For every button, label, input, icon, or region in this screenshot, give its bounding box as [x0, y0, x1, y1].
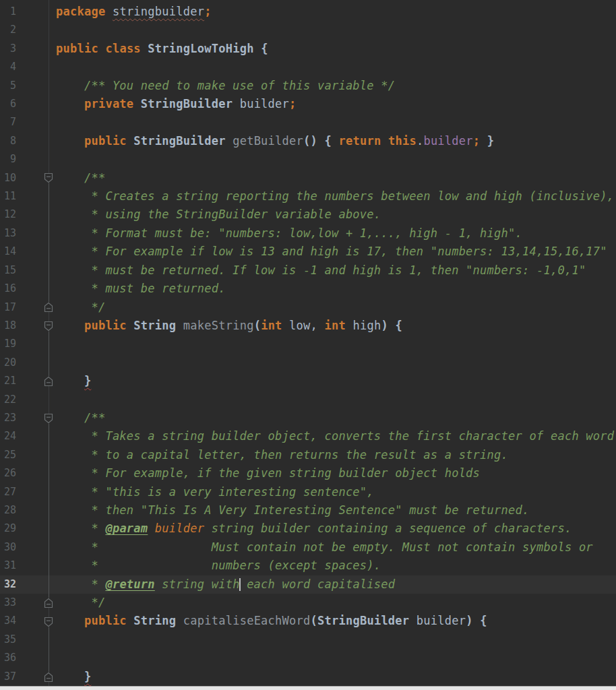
line-number[interactable]: 36 — [0, 649, 16, 667]
line-number[interactable]: 6 — [0, 95, 16, 113]
code-line[interactable]: 37 } — [0, 668, 616, 686]
code-token: each word capitalised — [240, 577, 396, 591]
code-token — [56, 670, 84, 683]
code-line[interactable]: 18 public String makeString(int low, int… — [0, 317, 616, 335]
code-token: * numbers (except spaces). — [56, 559, 381, 572]
code-line[interactable]: 26 * For example, if the given string bu… — [0, 464, 616, 482]
code-line[interactable]: 36 — [0, 649, 616, 667]
code-token: int — [325, 319, 346, 332]
code-line[interactable]: 25 * to a capital letter, then returns t… — [0, 446, 616, 464]
code-line[interactable]: 21 } — [0, 372, 616, 390]
code-text: */ — [0, 299, 616, 317]
code-token: StringBuilder — [317, 614, 409, 627]
line-number[interactable]: 37 — [0, 668, 16, 686]
code-token: * For example, if the given string build… — [56, 466, 480, 480]
code-token — [480, 134, 487, 148]
code-line[interactable]: 34 public String capitaliseEachWord(Stri… — [0, 612, 616, 630]
line-number[interactable]: 17 — [0, 299, 16, 317]
code-token: * "this is a very interesting sentence", — [56, 485, 374, 499]
code-line[interactable]: 24 * Takes a string builder object, conv… — [0, 427, 616, 445]
line-number[interactable]: 22 — [0, 391, 16, 409]
code-line[interactable]: 23 /** — [0, 409, 616, 427]
code-line[interactable]: 28 * then "This Is A Very Interesting Se… — [0, 501, 616, 520]
line-number[interactable]: 21 — [0, 372, 16, 390]
line-number[interactable]: 1 — [0, 3, 16, 21]
code-token — [388, 319, 396, 332]
code-token — [133, 97, 141, 111]
line-number[interactable]: 19 — [0, 335, 16, 353]
line-number[interactable]: 28 — [0, 501, 16, 520]
line-number[interactable]: 14 — [0, 243, 16, 261]
code-token — [148, 522, 155, 535]
code-line[interactable]: 15 * must be returned. If low is -1 and … — [0, 261, 616, 280]
code-line[interactable]: 1package stringbuilder; — [0, 3, 616, 21]
line-number[interactable]: 32 — [0, 575, 16, 594]
code-line[interactable]: 9 — [0, 150, 616, 168]
code-token — [127, 319, 134, 332]
code-token: public — [56, 319, 127, 332]
line-number[interactable]: 26 — [0, 464, 16, 482]
code-line[interactable]: 19 — [0, 335, 616, 353]
code-token: builder — [423, 134, 472, 148]
code-line[interactable]: 16 * must be returned. — [0, 280, 616, 298]
line-number[interactable]: 18 — [0, 317, 16, 335]
line-number[interactable]: 31 — [0, 557, 16, 575]
line-number[interactable]: 12 — [0, 206, 16, 224]
line-number[interactable]: 34 — [0, 612, 16, 630]
code-line[interactable]: 32 * @return string with each word capit… — [0, 575, 616, 594]
line-number[interactable]: 3 — [0, 40, 16, 58]
line-number[interactable]: 7 — [0, 113, 16, 131]
code-text: * using the StringBuilder variable above… — [0, 206, 616, 224]
code-line[interactable]: 5 /** You need to make use of this varia… — [0, 77, 616, 95]
code-line[interactable]: 17 */ — [0, 299, 616, 317]
line-number[interactable]: 15 — [0, 261, 16, 280]
line-number[interactable]: 13 — [0, 224, 16, 243]
code-line[interactable]: 35 — [0, 631, 616, 649]
code-token: ( — [311, 614, 318, 627]
line-number[interactable]: 5 — [0, 77, 16, 95]
line-number[interactable]: 29 — [0, 520, 16, 538]
line-number[interactable]: 10 — [0, 169, 16, 187]
line-number[interactable]: 30 — [0, 538, 16, 557]
line-number[interactable]: 4 — [0, 58, 16, 76]
line-number[interactable]: 35 — [0, 631, 16, 649]
line-number[interactable]: 9 — [0, 150, 16, 168]
code-line[interactable]: 10 /** — [0, 169, 616, 187]
line-number[interactable]: 11 — [0, 187, 16, 206]
code-line[interactable]: 3public class StringLowToHigh { — [0, 40, 616, 58]
code-line[interactable]: 8 public StringBuilder getBuilder() { re… — [0, 132, 616, 150]
code-token: makeString — [183, 319, 254, 332]
code-token: * For example if low is 13 and high is 1… — [56, 245, 607, 258]
code-token: class — [105, 42, 140, 55]
code-token: return — [339, 134, 381, 148]
code-line[interactable]: 4 — [0, 58, 616, 76]
code-line[interactable]: 7 — [0, 113, 616, 131]
code-line[interactable]: 2 — [0, 21, 616, 39]
line-number[interactable]: 16 — [0, 280, 16, 298]
code-line[interactable]: 12 * using the StringBuilder variable ab… — [0, 206, 616, 224]
line-number[interactable]: 2 — [0, 21, 16, 39]
code-line[interactable]: 30 * Must contain not be empty. Must not… — [0, 538, 616, 557]
code-line[interactable]: 29 * @param builder string builder conta… — [0, 520, 616, 538]
line-number[interactable]: 24 — [0, 427, 16, 445]
code-text: * @param builder string builder containi… — [0, 520, 616, 538]
code-token: @return — [105, 577, 154, 591]
code-line[interactable]: 13 * Format must be: "numbers: low,low +… — [0, 224, 616, 243]
code-line[interactable]: 27 * "this is a very interesting sentenc… — [0, 483, 616, 501]
code-line[interactable]: 31 * numbers (except spaces). — [0, 557, 616, 575]
code-line[interactable]: 11 * Creates a string reporting the numb… — [0, 187, 616, 206]
line-number[interactable]: 8 — [0, 132, 16, 150]
line-number[interactable]: 27 — [0, 483, 16, 501]
line-number[interactable]: 25 — [0, 446, 16, 464]
line-number[interactable]: 33 — [0, 594, 16, 612]
code-line[interactable]: 33 */ — [0, 594, 616, 612]
code-text: * numbers (except spaces). — [0, 557, 616, 575]
code-line[interactable]: 20 — [0, 354, 616, 372]
code-token: * Takes a string builder object, convert… — [56, 429, 614, 443]
line-number[interactable]: 23 — [0, 409, 16, 427]
code-line[interactable]: 22 — [0, 391, 616, 409]
code-line[interactable]: 6 private StringBuilder builder; — [0, 95, 616, 113]
code-line[interactable]: 14 * For example if low is 13 and high i… — [0, 243, 616, 261]
code-text: public String makeString(int low, int hi… — [0, 317, 616, 335]
line-number[interactable]: 20 — [0, 354, 16, 372]
